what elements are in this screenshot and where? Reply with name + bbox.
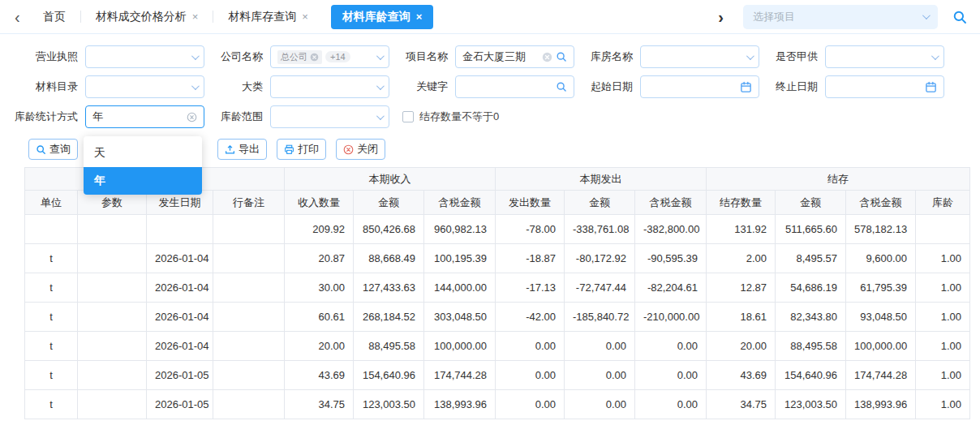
tab-material-price-analysis[interactable]: 材料成交价格分析 × [81,0,213,33]
search-icon[interactable] [556,81,567,92]
tab-label: 材料库存查询 [228,10,296,24]
table-cell: 0.00 [496,332,565,361]
column-header-11: 金额 [776,191,846,215]
query-button[interactable]: 查询 [28,139,78,160]
keyword-input[interactable] [455,75,574,98]
material-catalog-select[interactable] [85,75,204,98]
column-header-3: 行备注 [213,191,285,215]
company-select[interactable]: 总公司 +14 [270,45,389,68]
table-body: 209.92850,426.68960,982.13-78.00-338,761… [25,215,970,419]
tab-label: 材料库龄查询 [342,10,410,24]
tag-close-icon[interactable] [310,53,319,62]
age-range-select[interactable] [270,105,389,128]
column-header-7: 发出数量 [496,191,565,215]
table-row[interactable]: t2026-01-0460.61268,184.52303,048.50-42.… [25,303,970,332]
table-cell: 138,993.96 [846,390,916,419]
table-cell: 1.00 [916,361,970,390]
table-cell: t [25,273,78,303]
table-row[interactable]: t2026-01-0420.0088,495.58100,000.000.000… [25,332,970,361]
business-license-select[interactable] [85,45,204,68]
warehouse-label: 库房名称 [587,49,633,64]
calendar-icon[interactable] [740,81,752,93]
clear-icon[interactable] [187,112,197,122]
end-date-input[interactable] [825,75,944,98]
column-header-0: 单位 [25,191,78,215]
table-cell: t [25,361,78,390]
column-header-4: 收入数量 [285,191,354,215]
tab-material-stock-query[interactable]: 材料库存查询 × [213,0,323,33]
tabs-scroll-left-icon[interactable]: ‹ [6,1,28,33]
checkbox-label: 结存数量不等于0 [419,110,499,124]
table-row[interactable]: 209.92850,426.68960,982.13-78.00-338,761… [25,215,970,244]
table-cell: 0.00 [565,390,635,419]
table-cell [78,273,147,303]
project-name-input[interactable]: 金石大厦三期 [455,45,574,68]
table-cell: 88,668.49 [354,244,424,273]
table-cell: 0.00 [496,390,565,419]
category-select[interactable] [270,75,389,98]
table-cell: 127,433.63 [354,273,424,303]
chevron-down-icon [191,82,200,90]
table-row[interactable]: t2026-01-0420.8788,668.49100,195.39-18.8… [25,244,970,273]
search-icon[interactable] [948,10,972,24]
close-button[interactable]: 关闭 [336,139,385,160]
table-cell: 82,343.80 [776,303,846,332]
column-header-10: 结存数量 [707,191,776,215]
table-cell: 174,744.28 [846,361,916,390]
start-date-label: 起始日期 [587,79,633,94]
material-catalog-label: 材料目录 [13,79,78,94]
chevron-down-icon [922,11,931,19]
table-cell [213,390,285,419]
warehouse-select[interactable] [640,45,759,68]
app-root: ‹ 首页 材料成交价格分析 × 材料库存查询 × 材料库龄查询 × › 选择项目 [0,0,980,438]
table-cell: -17.13 [496,273,565,303]
export-button[interactable]: 导出 [217,139,267,160]
column-header-13: 库龄 [916,191,970,215]
tab-material-age-query[interactable]: 材料库龄查询 × [331,5,434,29]
search-icon[interactable] [556,51,567,62]
age-stat-mode-select[interactable]: 年 [85,105,204,128]
print-button[interactable]: 打印 [277,139,326,160]
table-cell [78,361,147,390]
table-cell [78,303,147,332]
table-cell: 34.75 [285,390,354,419]
table-cell: 303,048.50 [424,303,496,332]
dropdown-option-day[interactable]: 天 [84,140,202,167]
table-row[interactable]: t2026-01-0543.69154,640.96174,744.280.00… [25,361,970,390]
table-cell [213,215,285,244]
project-select-placeholder: 选择项目 [753,10,922,24]
table-cell: -18.87 [496,244,565,273]
table-cell: 511,665.60 [776,215,846,244]
chevron-down-icon [376,82,385,90]
calendar-icon[interactable] [925,81,937,93]
table-row[interactable]: t2026-01-0430.00127,433.63144,000.00-17.… [25,273,970,303]
checkbox-box[interactable] [402,111,414,122]
table-cell: 850,426.68 [354,215,424,244]
table-cell: -210,000.00 [635,303,707,332]
tab-close-icon[interactable]: × [192,11,199,22]
table-cell: 20.87 [285,244,354,273]
clear-icon[interactable] [542,52,552,62]
table-cell: -82,204.61 [635,273,707,303]
table-cell: 2.00 [707,244,776,273]
project-select[interactable]: 选择项目 [743,5,938,29]
table-cell: 88,495.58 [354,332,424,361]
start-date-input[interactable] [640,75,759,98]
owner-supplied-select[interactable] [825,45,944,68]
table-cell: 174,744.28 [424,361,496,390]
table-cell: 154,640.96 [776,361,846,390]
table-row[interactable]: t2026-01-0534.75123,003.50138,993.960.00… [25,390,970,419]
tab-home[interactable]: 首页 [28,0,80,33]
table-cell: 1.00 [916,390,970,419]
table-cell: 0.00 [635,390,707,419]
table-cell: 1.00 [916,303,970,332]
table-cell [916,215,970,244]
tab-close-icon[interactable]: × [416,11,423,22]
tabs-scroll-right-icon[interactable]: › [710,1,732,33]
tab-close-icon[interactable]: × [302,11,308,22]
table-cell: 12.87 [707,273,776,303]
table-cell [213,361,285,390]
nonzero-balance-checkbox[interactable]: 结存数量不等于0 [402,110,499,124]
tab-label: 材料成交价格分析 [96,10,187,24]
dropdown-option-year[interactable]: 年 [84,167,202,195]
